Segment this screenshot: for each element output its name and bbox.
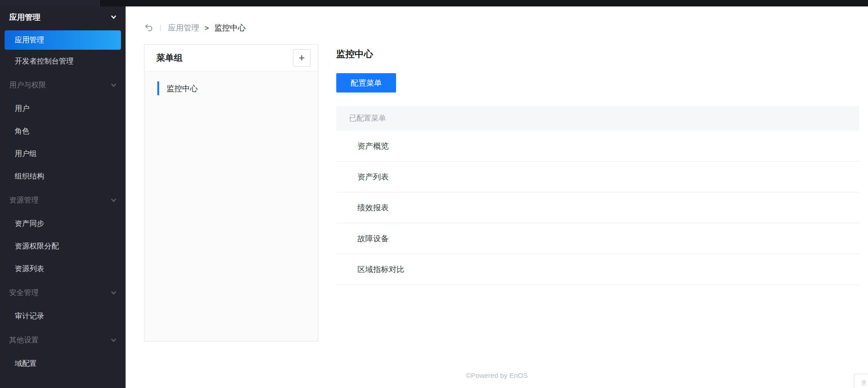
sidebar-group-header[interactable]: 应用管理 [0,6,126,28]
main-content: | 应用管理 > 监控中心 菜单组 + 监控中心 监控中心 配置菜单 已配置菜单… [126,6,868,388]
breadcrumb-separator: > [205,24,209,32]
sidebar-menu-list: 应用管理 开发者控制台管理 用户与权限 用户 角色 用户组 组织结构 资源管理 … [0,30,126,375]
breadcrumb-current: 监控中心 [214,23,246,33]
plus-icon: + [299,53,305,63]
sidebar-section-header[interactable]: 其他设置 [0,328,126,353]
sidebar-section-header[interactable]: 资源管理 [0,188,126,213]
sidebar-item[interactable]: 开发者控制台管理 [0,50,126,73]
sidebar-item[interactable]: 域配置 [0,353,126,375]
sidebar-item-label: 资源权限分配 [15,242,59,251]
sidebar-section-header[interactable]: 安全管理 [0,280,126,305]
chevron-down-icon [110,197,117,204]
sidebar-item[interactable]: 资产同步 [0,213,126,235]
table-row-label: 绩效报表 [357,203,389,213]
sidebar-item-label: 审计记录 [15,312,44,321]
sidebar-section-label: 用户与权限 [9,81,46,90]
menu-group-list: 监控中心 [144,71,318,96]
sidebar-item-label: 用户组 [15,149,37,159]
topbar [0,0,868,6]
breadcrumb-divider: | [160,23,161,32]
table-row-label: 资产概览 [357,141,389,151]
chevron-down-icon [110,336,117,344]
configure-menu-button[interactable]: 配置菜单 [336,73,396,93]
table-row-label: 区域指标对比 [357,264,404,275]
sidebar-item-label: 域配置 [15,359,37,369]
chevron-down-icon [110,81,117,89]
table-row-label: 故障设备 [357,233,389,244]
breadcrumb: | 应用管理 > 监控中心 [144,20,246,35]
sidebar-item-label: 组织结构 [15,172,44,181]
add-menu-group-button[interactable]: + [293,49,310,67]
table-row[interactable]: 资产概览 [336,131,859,162]
sidebar-section-header[interactable]: 用户与权限 [0,73,126,98]
sidebar-item[interactable]: 资源列表 [0,258,126,280]
sidebar-item[interactable]: 用户 [0,98,126,120]
table-row[interactable]: 资产列表 [336,162,859,192]
breadcrumb-parent[interactable]: 应用管理 [168,23,199,33]
menu-group-panel-header: 菜单组 + [144,45,318,71]
sidebar-item[interactable]: 资源权限分配 [0,235,126,258]
chevron-down-icon [110,13,117,21]
table-row[interactable]: 故障设备 [336,223,859,254]
page-title: 监控中心 [336,48,373,60]
sidebar-item-label: 开发者控制台管理 [15,57,74,66]
topbar-tab [0,0,100,6]
menu-group-item-label: 监控中心 [167,83,198,94]
sidebar-group-header-label: 应用管理 [9,12,40,23]
footer-text: ©Powered by EnOS [126,371,868,379]
menu-group-item[interactable]: 监控中心 [144,81,318,96]
sidebar-item[interactable]: 用户组 [0,143,126,165]
sidebar-item-label: 资源列表 [15,264,44,274]
table-row[interactable]: 绩效报表 [336,192,859,223]
selected-indicator [157,81,159,95]
sidebar-section-label: 安全管理 [9,288,39,298]
sidebar: 应用管理 应用管理 开发者控制台管理 用户与权限 用户 角色 用户组 组织结构 … [0,6,126,388]
menu-group-panel: 菜单组 + 监控中心 [144,44,318,342]
table-row[interactable]: 区域指标对比 [336,254,859,285]
sidebar-item-label: 应用管理 [15,35,44,45]
sidebar-item-label: 用户 [15,104,29,114]
chevron-down-icon [110,289,117,296]
corner-widget-glyph: 录 [861,379,867,387]
sidebar-item-label: 角色 [15,127,29,136]
sidebar-item[interactable]: 应用管理 [5,30,121,50]
sidebar-section-label: 其他设置 [9,336,39,345]
corner-widget-button[interactable]: 录 [854,374,868,388]
sidebar-item[interactable]: 角色 [0,120,126,143]
table-row-label: 资产列表 [357,172,389,182]
sidebar-item[interactable]: 组织结构 [0,165,126,188]
back-icon[interactable] [144,23,153,32]
sidebar-item-label: 资产同步 [15,219,44,229]
table-body: 资产概览 资产列表 绩效报表 故障设备 区域指标对比 [336,131,859,285]
table-header: 已配置菜单 [336,106,859,131]
sidebar-section-label: 资源管理 [9,196,39,205]
configured-menu-table: 已配置菜单 资产概览 资产列表 绩效报表 故障设备 区域指标对比 [336,106,859,285]
menu-group-title: 菜单组 [156,52,293,64]
sidebar-item[interactable]: 审计记录 [0,305,126,328]
